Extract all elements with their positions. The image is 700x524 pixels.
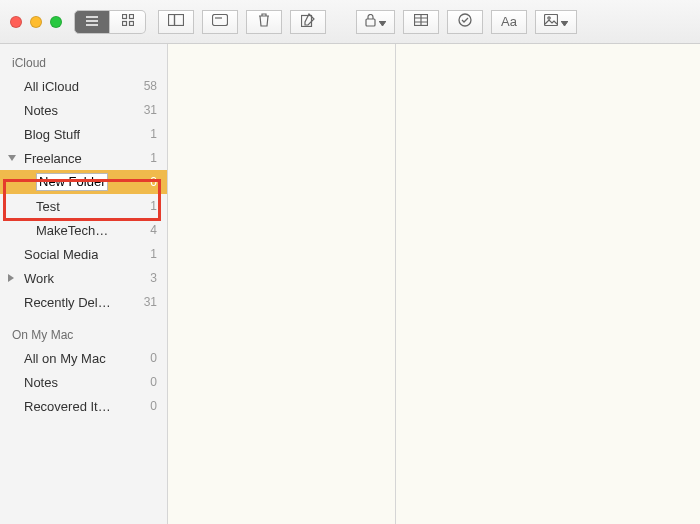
sidebar-item-count: 0 — [144, 399, 157, 413]
disclosure-triangle-icon[interactable] — [8, 155, 16, 161]
attachments-icon — [168, 14, 184, 29]
section-header-icloud[interactable]: iCloud — [0, 52, 167, 74]
lock-icon — [365, 14, 376, 30]
compose-icon — [301, 13, 315, 30]
sidebar-item-notes-local[interactable]: Notes 0 — [0, 370, 167, 394]
card-icon — [212, 14, 228, 29]
sidebar-item-count: 0 — [144, 351, 157, 365]
lock-button[interactable] — [356, 10, 395, 34]
attachments-button[interactable] — [158, 10, 194, 34]
svg-rect-4 — [169, 15, 175, 26]
sidebar-item-count: 4 — [144, 223, 157, 237]
sidebar-item-recovered[interactable]: Recovered It… 0 — [0, 394, 167, 418]
media-button[interactable] — [535, 10, 577, 34]
format-icon: Aa — [501, 14, 517, 29]
minimize-window-button[interactable] — [30, 16, 42, 28]
sidebar-item-label: Test — [36, 199, 60, 214]
checklist-button[interactable] — [447, 10, 483, 34]
note-list-pane[interactable] — [168, 44, 396, 524]
sidebar-item-notes[interactable]: Notes 31 — [0, 98, 167, 122]
sidebar-item-all-icloud[interactable]: All iCloud 58 — [0, 74, 167, 98]
svg-rect-3 — [129, 22, 133, 26]
svg-rect-8 — [366, 19, 375, 26]
close-window-button[interactable] — [10, 16, 22, 28]
chevron-down-icon — [561, 15, 568, 29]
sidebar-item-count: 31 — [138, 295, 157, 309]
chevron-down-icon — [379, 15, 386, 29]
sidebar-item-new-folder[interactable]: New Folder 0 — [0, 170, 167, 194]
view-mode-segment — [74, 10, 146, 34]
disclosure-triangle-icon[interactable] — [8, 274, 14, 282]
sidebar-item-count: 31 — [138, 103, 157, 117]
grid-icon — [122, 14, 134, 29]
format-button[interactable]: Aa — [491, 10, 527, 34]
sidebar-item-recently-deleted[interactable]: Recently Del… 31 — [0, 290, 167, 314]
sidebar-item-label: Freelance — [24, 151, 82, 166]
svg-rect-11 — [545, 15, 558, 26]
grid-view-button[interactable] — [110, 10, 146, 34]
note-editor-pane[interactable] — [396, 44, 700, 524]
sidebar-item-count: 1 — [144, 151, 157, 165]
toolbar-buttons-left — [158, 10, 326, 34]
svg-rect-2 — [122, 22, 126, 26]
trash-icon — [258, 13, 270, 30]
sidebar-item-label: Notes — [24, 375, 58, 390]
zoom-window-button[interactable] — [50, 16, 62, 28]
sidebar-item-work[interactable]: Work 3 — [0, 266, 167, 290]
section-header-onmymac[interactable]: On My Mac — [0, 324, 167, 346]
sidebar-item-label: MakeTech… — [36, 223, 108, 238]
toolbar-buttons-right: Aa — [356, 10, 577, 34]
svg-point-10 — [459, 14, 471, 26]
svg-rect-6 — [213, 15, 228, 26]
sidebar-item-social-media[interactable]: Social Media 1 — [0, 242, 167, 266]
sidebar-item-freelance[interactable]: Freelance 1 — [0, 146, 167, 170]
table-icon — [414, 14, 428, 29]
sidebar-item-label: All on My Mac — [24, 351, 106, 366]
svg-rect-5 — [175, 15, 184, 26]
sidebar-item-count: 0 — [144, 175, 157, 189]
compose-button[interactable] — [290, 10, 326, 34]
sidebar-item-count: 0 — [144, 375, 157, 389]
sidebar-item-label: Work — [24, 271, 54, 286]
sidebar-item-count: 1 — [144, 247, 157, 261]
list-view-button[interactable] — [74, 10, 110, 34]
sidebar-item-label: Recently Del… — [24, 295, 111, 310]
sidebar: iCloud All iCloud 58 Notes 31 Blog Stuff… — [0, 44, 168, 524]
sidebar-item-blog-stuff[interactable]: Blog Stuff 1 — [0, 122, 167, 146]
window-controls — [10, 16, 62, 28]
sidebar-item-count: 1 — [144, 127, 157, 141]
sidebar-item-label: Recovered It… — [24, 399, 111, 414]
sidebar-item-label: Notes — [24, 103, 58, 118]
card-button[interactable] — [202, 10, 238, 34]
sidebar-item-label: All iCloud — [24, 79, 79, 94]
svg-point-12 — [548, 17, 550, 19]
media-icon — [544, 14, 558, 29]
sidebar-item-test[interactable]: Test 1 — [0, 194, 167, 218]
table-button[interactable] — [403, 10, 439, 34]
sidebar-item-label: Blog Stuff — [24, 127, 80, 142]
svg-rect-1 — [129, 15, 133, 19]
app-body: iCloud All iCloud 58 Notes 31 Blog Stuff… — [0, 44, 700, 524]
sidebar-item-label: Social Media — [24, 247, 98, 262]
sidebar-item-maketech[interactable]: MakeTech… 4 — [0, 218, 167, 242]
sidebar-item-count: 58 — [138, 79, 157, 93]
sidebar-item-all-onmymac[interactable]: All on My Mac 0 — [0, 346, 167, 370]
titlebar: Aa — [0, 0, 700, 44]
folder-rename-input[interactable]: New Folder — [36, 173, 108, 191]
list-icon — [85, 15, 99, 29]
sidebar-item-count: 1 — [144, 199, 157, 213]
checklist-icon — [458, 13, 472, 30]
sidebar-item-count: 3 — [144, 271, 157, 285]
trash-button[interactable] — [246, 10, 282, 34]
svg-rect-0 — [122, 15, 126, 19]
